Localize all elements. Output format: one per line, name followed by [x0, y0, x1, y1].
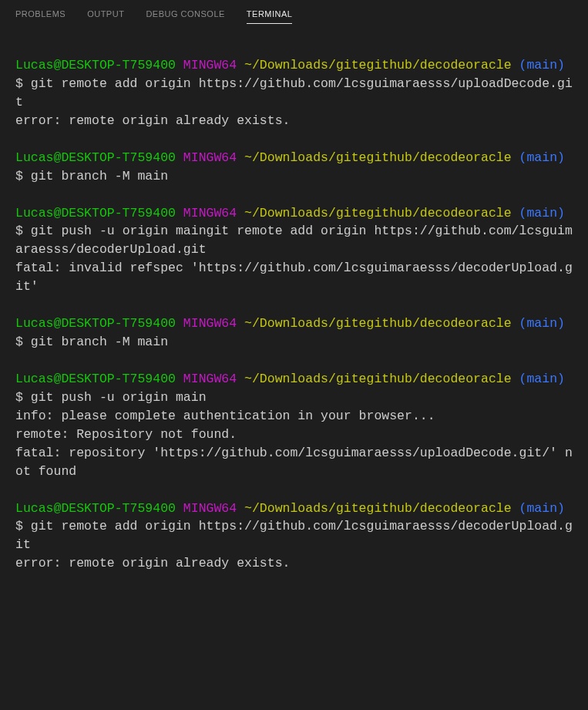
prompt-symbol: $ — [15, 76, 23, 91]
git-branch: (main) — [519, 150, 565, 165]
terminal-content[interactable]: Lucas@DESKTOP-T759400 MINGW64 ~/Download… — [0, 33, 588, 607]
output-line: info: please complete authentication in … — [15, 407, 573, 426]
command-line: $ git branch -M main — [15, 167, 573, 186]
mingw-label: MINGW64 — [183, 501, 237, 516]
command-text: git branch -M main — [31, 169, 168, 183]
tab-terminal[interactable]: TERMINAL — [247, 9, 293, 24]
user-host: Lucas@DESKTOP-T759400 — [15, 58, 176, 72]
prompt-line: Lucas@DESKTOP-T759400 MINGW64 ~/Download… — [15, 370, 573, 389]
prompt-symbol: $ — [15, 169, 23, 183]
git-branch: (main) — [519, 372, 565, 386]
command-text: git push -u origin main — [31, 390, 207, 405]
prompt-symbol: $ — [15, 390, 23, 405]
terminal-block: Lucas@DESKTOP-T759400 MINGW64 ~/Download… — [15, 204, 573, 297]
terminal-block: Lucas@DESKTOP-T759400 MINGW64 ~/Download… — [15, 370, 573, 481]
output-line: fatal: invalid refspec 'https://github.c… — [15, 259, 573, 296]
command-text: git branch -M main — [31, 335, 168, 349]
working-directory: ~/Downloads/gitegithub/decodeoracle — [244, 372, 512, 386]
user-host: Lucas@DESKTOP-T759400 — [15, 372, 176, 386]
prompt-line: Lucas@DESKTOP-T759400 MINGW64 ~/Download… — [15, 315, 573, 333]
tab-problems[interactable]: PROBLEMS — [15, 9, 66, 24]
terminal-block: Lucas@DESKTOP-T759400 MINGW64 ~/Download… — [15, 500, 573, 574]
tab-debug-console[interactable]: DEBUG CONSOLE — [146, 9, 224, 24]
git-branch: (main) — [519, 206, 565, 220]
mingw-label: MINGW64 — [183, 206, 237, 220]
command-line: $ git push -u origin maingit remote add … — [15, 222, 573, 259]
command-text: git push -u origin maingit remote add or… — [15, 224, 573, 257]
prompt-line: Lucas@DESKTOP-T759400 MINGW64 ~/Download… — [15, 56, 573, 75]
terminal-block: Lucas@DESKTOP-T759400 MINGW64 ~/Download… — [15, 149, 573, 186]
command-line: $ git remote add origin https://github.c… — [15, 75, 573, 112]
command-text: git remote add origin https://github.com… — [15, 519, 573, 552]
output-line: remote: Repository not found. — [15, 426, 573, 444]
git-branch: (main) — [519, 58, 565, 72]
output-line: fatal: repository 'https://github.com/lc… — [15, 444, 573, 481]
working-directory: ~/Downloads/gitegithub/decodeoracle — [244, 316, 512, 331]
user-host: Lucas@DESKTOP-T759400 — [15, 316, 176, 331]
prompt-line: Lucas@DESKTOP-T759400 MINGW64 ~/Download… — [15, 500, 573, 518]
output-line: error: remote origin already exists. — [15, 554, 573, 573]
prompt-line: Lucas@DESKTOP-T759400 MINGW64 ~/Download… — [15, 149, 573, 167]
command-line: $ git push -u origin main — [15, 389, 573, 407]
mingw-label: MINGW64 — [183, 372, 237, 386]
output-line: error: remote origin already exists. — [15, 112, 573, 130]
working-directory: ~/Downloads/gitegithub/decodeoracle — [244, 501, 512, 516]
prompt-symbol: $ — [15, 519, 23, 533]
command-line: $ git branch -M main — [15, 333, 573, 352]
prompt-symbol: $ — [15, 335, 23, 349]
user-host: Lucas@DESKTOP-T759400 — [15, 150, 176, 165]
mingw-label: MINGW64 — [183, 58, 237, 72]
tab-output[interactable]: OUTPUT — [87, 9, 124, 24]
panel-tabs: PROBLEMS OUTPUT DEBUG CONSOLE TERMINAL — [0, 0, 588, 33]
user-host: Lucas@DESKTOP-T759400 — [15, 206, 176, 220]
working-directory: ~/Downloads/gitegithub/decodeoracle — [244, 150, 512, 165]
mingw-label: MINGW64 — [183, 316, 237, 331]
git-branch: (main) — [519, 316, 565, 331]
mingw-label: MINGW64 — [183, 150, 237, 165]
prompt-line: Lucas@DESKTOP-T759400 MINGW64 ~/Download… — [15, 204, 573, 223]
command-line: $ git remote add origin https://github.c… — [15, 517, 573, 554]
working-directory: ~/Downloads/gitegithub/decodeoracle — [244, 206, 512, 220]
git-branch: (main) — [519, 501, 565, 516]
working-directory: ~/Downloads/gitegithub/decodeoracle — [244, 58, 512, 72]
command-text: git remote add origin https://github.com… — [15, 76, 573, 109]
terminal-block: Lucas@DESKTOP-T759400 MINGW64 ~/Download… — [15, 315, 573, 352]
prompt-symbol: $ — [15, 224, 23, 238]
user-host: Lucas@DESKTOP-T759400 — [15, 501, 176, 516]
terminal-block: Lucas@DESKTOP-T759400 MINGW64 ~/Download… — [15, 56, 573, 130]
